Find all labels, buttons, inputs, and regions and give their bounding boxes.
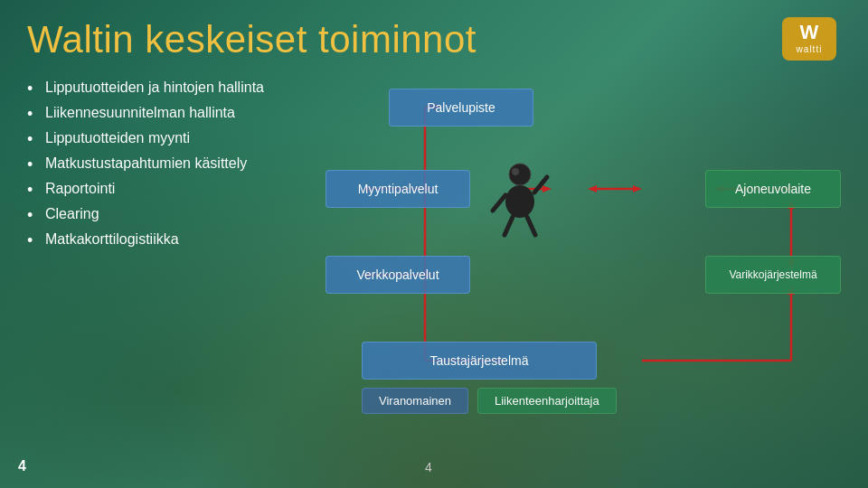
- svg-point-31: [512, 168, 519, 175]
- box-myyntipalvelut: Myyntipalvelut: [326, 170, 470, 208]
- person-icon: [484, 156, 556, 247]
- page-number-left: 4: [18, 458, 26, 474]
- list-item-6: Clearing: [27, 206, 298, 222]
- page-title: Waltin keskeiset toiminnot: [27, 18, 841, 61]
- bottom-tabs: Viranomainen Liikenteenharjoittaja: [362, 388, 617, 414]
- svg-line-28: [534, 177, 547, 192]
- box-varikkoja: Varikkojärjestelmä: [705, 256, 841, 294]
- diagram-area: Palvelupiste Myyntipalvelut Ajoneuvolait…: [316, 80, 841, 423]
- logo-letter: W: [800, 23, 819, 42]
- tab-liikenteenharjoittaja[interactable]: Liikenteenharjoittaja: [477, 388, 617, 414]
- person-figure: [488, 161, 552, 242]
- logo-text: waltti: [797, 44, 823, 54]
- box-tausta: Taustajärjestelmä: [362, 342, 597, 380]
- box-ajoneuvolaite: Ajoneuvolaite: [705, 170, 841, 208]
- svg-point-26: [505, 185, 534, 218]
- logo-badge: W waltti: [782, 17, 836, 61]
- svg-marker-24: [633, 185, 642, 192]
- main-area: Lipputuotteiden ja hintojen hallinta Lii…: [27, 80, 841, 423]
- page-content: W waltti Waltin keskeiset toiminnot Lipp…: [0, 0, 868, 488]
- svg-line-30: [527, 217, 535, 235]
- list-item-7: Matkakorttilogistiikka: [27, 231, 298, 248]
- list-item-2: Liikennesuunnitelman hallinta: [27, 105, 298, 121]
- tab-viranomainen[interactable]: Viranomainen: [362, 388, 468, 414]
- bullet-list: Lipputuotteiden ja hintojen hallinta Lii…: [27, 80, 298, 248]
- svg-point-25: [509, 164, 531, 185]
- box-palvelupiste: Palvelupiste: [389, 89, 533, 127]
- svg-line-29: [505, 217, 513, 235]
- box-verkkopalvelut: Verkkopalvelut: [326, 256, 470, 294]
- left-panel: Lipputuotteiden ja hintojen hallinta Lii…: [27, 80, 298, 257]
- svg-marker-23: [588, 185, 597, 192]
- svg-line-27: [493, 195, 505, 211]
- list-item-3: Lipputuotteiden myynti: [27, 130, 298, 146]
- page-number-right: 4: [425, 460, 432, 474]
- list-item-5: Raportointi: [27, 181, 298, 197]
- list-item-1: Lipputuotteiden ja hintojen hallinta: [27, 80, 298, 96]
- list-item-4: Matkustustapahtumien käsittely: [27, 155, 298, 172]
- logo: W waltti: [778, 14, 841, 63]
